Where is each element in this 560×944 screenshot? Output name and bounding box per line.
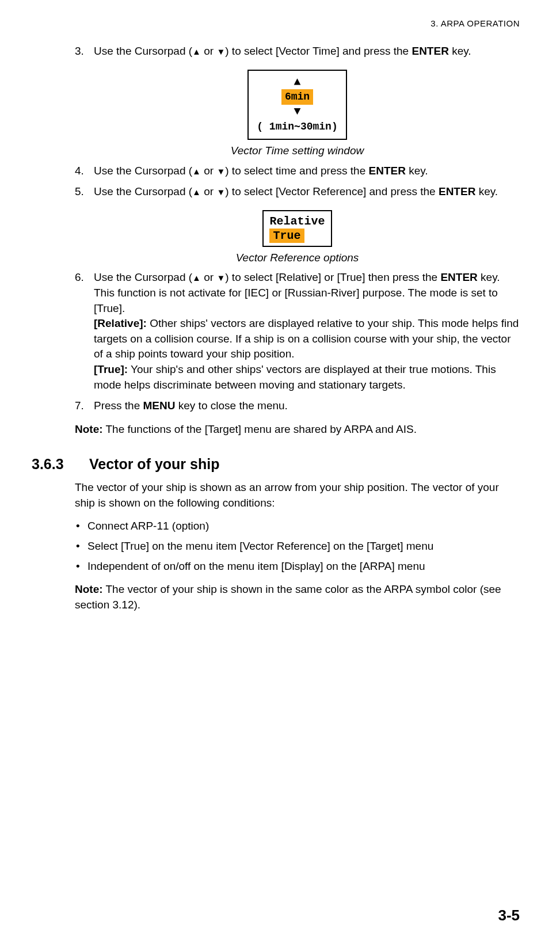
step-num: 7. (75, 398, 84, 414)
up-triangle-icon: ▲ (192, 47, 201, 56)
up-triangle-icon: ▲ (192, 166, 201, 176)
section-title-text: Vector of your ship (89, 454, 219, 474)
enter-key: ENTER (368, 165, 405, 177)
note-text: The functions of the [Target] menu are s… (103, 423, 417, 435)
step-5: 5. Use the Cursorpad (▲ or ▼) to select … (75, 184, 520, 200)
step-4: 4. Use the Cursorpad (▲ or ▼) to select … (75, 163, 520, 179)
note-label: Note: (75, 423, 103, 435)
list-item: Connect ARP-11 (option) (75, 519, 520, 534)
true-text: Your ship's and other ships' vectors are… (94, 363, 496, 391)
step-7: 7. Press the MENU key to close the menu. (75, 398, 520, 414)
down-triangle-icon: ▼ (216, 187, 225, 197)
step-text: Press the MENU key to close the menu. (94, 399, 288, 412)
bullet-list: Connect ARP-11 (option) Select [True] on… (75, 519, 520, 574)
option-relative: Relative (269, 214, 325, 229)
option-true: True (269, 229, 304, 243)
figure-caption: Vector Reference options (75, 250, 520, 266)
step-num: 5. (75, 184, 84, 200)
arrow-up-icon: ▲ (257, 77, 337, 88)
list-item: Independent of on/off on the menu item [… (75, 559, 520, 574)
page-number: 3-5 (498, 905, 520, 926)
menu-key: MENU (143, 399, 176, 412)
vector-reference-window: Relative True (262, 210, 332, 247)
step-text: Use the Cursorpad (▲ or ▼) to select [Ve… (94, 185, 498, 197)
vector-reference-figure: Relative True (75, 210, 520, 247)
vector-time-figure: ▲ 6min ▼ ( 1min∼30min) (75, 70, 520, 140)
note-2: Note: The vector of your ship is shown i… (75, 582, 520, 612)
relative-label: [Relative]: (94, 317, 147, 329)
vector-time-range: ( 1min∼30min) (257, 120, 337, 134)
step-text: Use the Cursorpad (▲ or ▼) to select tim… (94, 165, 428, 177)
step-num: 4. (75, 163, 84, 179)
relative-text: Other ships' vectors are displayed relat… (94, 317, 519, 360)
list-item: Select [True] on the menu item [Vector R… (75, 539, 520, 554)
step-text: Use the Cursorpad (▲ or ▼) to select [Re… (94, 271, 500, 314)
step-num: 3. (75, 44, 84, 59)
arrow-down-icon: ▼ (257, 106, 337, 117)
up-triangle-icon: ▲ (192, 187, 201, 197)
section-heading: 3.6.3 Vector of your ship (75, 454, 520, 474)
enter-key: ENTER (439, 185, 475, 197)
step-text: Use the Cursorpad (▲ or ▼) to select [Ve… (94, 45, 471, 57)
enter-key: ENTER (412, 45, 448, 57)
up-triangle-icon: ▲ (192, 273, 201, 283)
down-triangle-icon: ▼ (216, 166, 225, 176)
vector-time-window: ▲ 6min ▼ ( 1min∼30min) (247, 70, 346, 140)
note-1: Note: The functions of the [Target] menu… (75, 422, 520, 437)
true-label: [True]: (94, 363, 128, 375)
down-triangle-icon: ▼ (216, 47, 225, 56)
step-3: 3. Use the Cursorpad (▲ or ▼) to select … (75, 44, 520, 59)
section-number: 3.6.3 (32, 454, 89, 474)
step-num: 6. (75, 270, 84, 286)
step-6: 6. Use the Cursorpad (▲ or ▼) to select … (75, 270, 520, 393)
step-list: 3. Use the Cursorpad (▲ or ▼) to select … (75, 44, 520, 59)
chapter-header: 3. ARPA OPERATION (32, 17, 520, 29)
down-triangle-icon: ▼ (216, 273, 225, 283)
note-text: The vector of your ship is shown in the … (75, 583, 501, 611)
note-label: Note: (75, 583, 103, 595)
enter-key: ENTER (440, 271, 477, 283)
vector-time-value: 6min (281, 89, 313, 105)
section-paragraph: The vector of your ship is shown as an a… (75, 480, 520, 511)
figure-caption: Vector Time setting window (75, 143, 520, 159)
